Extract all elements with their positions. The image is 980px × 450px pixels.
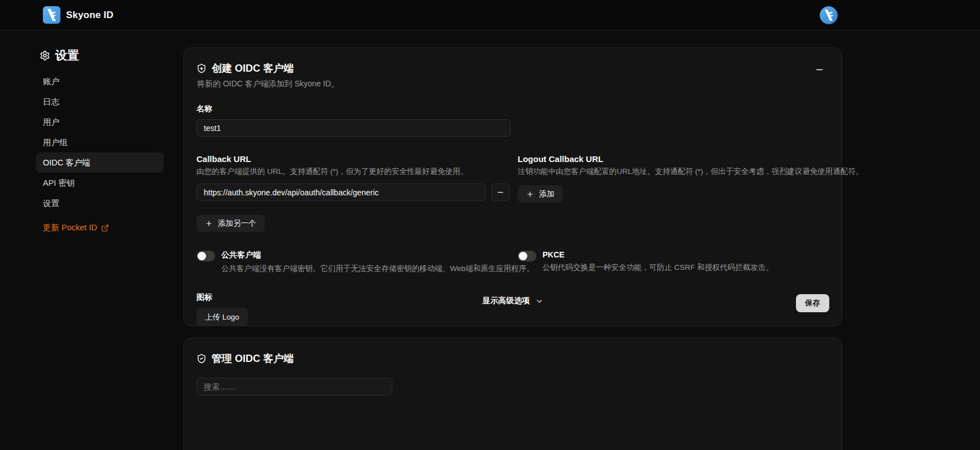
create-card-title: 创建 OIDC 客户端: [212, 62, 294, 75]
manage-card-title: 管理 OIDC 客户端: [212, 352, 294, 365]
sidebar-item-oidc-clients[interactable]: OIDC 客户端: [36, 152, 164, 173]
user-avatar[interactable]: [820, 6, 838, 24]
sidebar-item-api-keys[interactable]: API 密钥: [36, 173, 164, 193]
sidebar-item-app-settings[interactable]: 设置: [36, 193, 164, 213]
external-link-icon: [101, 224, 109, 232]
pkce-label: PKCE: [542, 250, 773, 259]
advanced-options-label: 显示高级选项: [483, 296, 530, 306]
add-label: 添加: [539, 189, 554, 199]
gear-icon: [40, 50, 50, 61]
upload-logo-label: 上传 Logo: [205, 312, 239, 322]
manage-oidc-clients-card: 管理 OIDC 客户端: [183, 338, 842, 450]
public-client-section: 公共客户端 公共客户端没有客户端密钥。它们用于无法安全存储密钥的移动端、Web端…: [196, 250, 511, 274]
public-client-label: 公共客户端: [221, 250, 534, 260]
callback-url-description: 由您的客户端提供的 URL。支持通配符 (*)，但为了更好的安全性最好避免使用。: [196, 167, 511, 177]
pkce-toggle[interactable]: [518, 251, 536, 261]
callback-url-label: Callback URL: [196, 154, 511, 164]
add-another-callback-button[interactable]: 添加另一个: [196, 215, 265, 232]
logout-callback-url-description: 注销功能中由您客户端配置的URL地址。支持通配符 (*)，但出于安全考虑，强烈建…: [518, 167, 832, 177]
sidebar-item-users[interactable]: 用户: [36, 112, 164, 132]
create-card-subtitle: 将新的 OIDC 客户端添加到 Skyone ID。: [197, 79, 829, 89]
plus-icon: [526, 190, 534, 198]
logout-callback-url-section: Logout Callback URL 注销功能中由您客户端配置的URL地址。支…: [518, 154, 832, 232]
collapse-card-button[interactable]: [810, 60, 828, 78]
public-client-toggle[interactable]: [196, 251, 215, 261]
sidebar-nav: 账户 日志 用户 用户组 OIDC 客户端 API 密钥 设置: [36, 71, 172, 213]
sidebar-heading: 设置: [36, 47, 172, 63]
show-advanced-options-button[interactable]: 显示高级选项: [483, 296, 544, 306]
update-pocket-id-link[interactable]: 更新 Pocket ID: [36, 222, 172, 233]
client-name-input[interactable]: [196, 119, 511, 137]
plus-icon: [205, 220, 213, 228]
update-link-label: 更新 Pocket ID: [43, 222, 97, 233]
sidebar-title: 设置: [55, 47, 79, 63]
sidebar-item-audit-log[interactable]: 日志: [36, 91, 164, 112]
pkce-section: PKCE 公钥代码交换是一种安全功能，可防止 CSRF 和授权代码拦截攻击。: [518, 250, 832, 274]
minus-icon: [496, 188, 505, 196]
minus-icon: [815, 65, 824, 75]
client-search-input[interactable]: [196, 378, 392, 395]
app-title: Skyone ID: [66, 10, 113, 21]
chevron-down-icon: [535, 297, 544, 305]
callback-url-section: Callback URL 由您的客户端提供的 URL。支持通配符 (*)，但为了…: [196, 154, 511, 232]
settings-sidebar: 设置 账户 日志 用户 用户组 OIDC 客户端 API 密钥 设置 更新 Po…: [36, 47, 172, 233]
add-another-label: 添加另一个: [218, 219, 256, 229]
create-oidc-client-card: 创建 OIDC 客户端 将新的 OIDC 客户端添加到 Skyone ID。 名…: [183, 47, 842, 326]
pkce-description: 公钥代码交换是一种安全功能，可防止 CSRF 和授权代码拦截攻击。: [542, 263, 773, 273]
add-logout-callback-button[interactable]: 添加: [518, 185, 563, 203]
sidebar-item-account[interactable]: 账户: [36, 71, 164, 91]
save-button[interactable]: 保存: [796, 294, 829, 312]
name-field-label: 名称: [196, 104, 829, 114]
remove-callback-url-button[interactable]: [491, 184, 510, 201]
public-client-description: 公共客户端没有客户端密钥。它们用于无法安全存储密钥的移动端、Web端和原生应用程…: [221, 264, 534, 274]
shield-check-icon: [196, 353, 207, 364]
app-logo-icon: [43, 6, 60, 24]
logout-callback-url-label: Logout Callback URL: [518, 154, 832, 164]
callback-url-input[interactable]: [196, 184, 485, 201]
sidebar-item-user-groups[interactable]: 用户组: [36, 132, 164, 152]
shield-plus-icon: [196, 63, 207, 73]
